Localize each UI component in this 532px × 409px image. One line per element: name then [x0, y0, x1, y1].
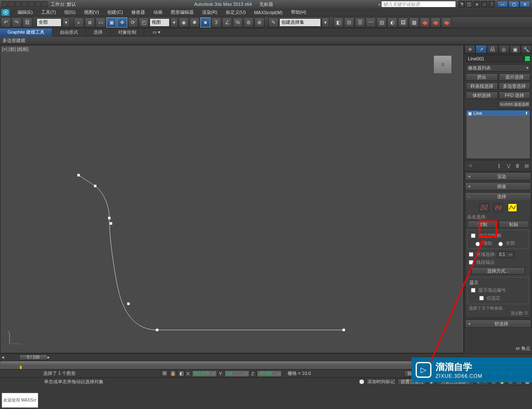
render-setup-icon[interactable]: 🖼: [398, 17, 408, 27]
curve-editor-icon[interactable]: 〰: [366, 17, 376, 27]
spline-level-icon[interactable]: [508, 203, 517, 212]
modifier-stack[interactable]: Line: [466, 110, 530, 159]
time-slider-handle[interactable]: 0 / 100: [19, 354, 47, 360]
help-icon[interactable]: ?: [488, 1, 495, 7]
select-method-button[interactable]: 选择方式...: [471, 267, 525, 275]
viewport-front[interactable]: [+] [前] [线框] 前 z x: [0, 45, 464, 353]
help-search[interactable]: 键入关键字或短语: [381, 1, 456, 7]
mod-splinesel-button[interactable]: 样条线选择: [466, 82, 498, 90]
qa-icon[interactable]: [28, 1, 34, 7]
favorite-icon[interactable]: ☆: [481, 1, 488, 7]
unique-icon[interactable]: ⋁: [505, 162, 512, 169]
named-sel-edit-icon[interactable]: ✎: [268, 17, 278, 27]
show-end-icon[interactable]: ∥: [495, 162, 503, 169]
stack-item-line[interactable]: Line: [466, 110, 530, 116]
scale-icon[interactable]: ◰: [139, 17, 149, 27]
percent-snap-icon[interactable]: %: [233, 17, 243, 27]
mod-volsel-button[interactable]: 体积选择: [466, 92, 498, 99]
render-frame-icon[interactable]: ▦: [409, 17, 419, 27]
binoculars-icon[interactable]: 🔭: [458, 1, 465, 7]
menu-create[interactable]: 创建(C): [103, 9, 127, 15]
ribbon-tab-select[interactable]: 选择: [86, 28, 111, 37]
menu-anim[interactable]: 动画: [149, 9, 167, 15]
key-icon[interactable]: ⚿: [466, 1, 473, 7]
y-field[interactable]: 0.0▴▾: [224, 370, 249, 377]
segment-end-checkbox[interactable]: 线段端点: [467, 258, 529, 266]
schematic-icon[interactable]: ▤: [377, 17, 387, 27]
time-prev-icon[interactable]: ◂: [2, 354, 4, 360]
qa-icon[interactable]: [35, 1, 41, 7]
dropdown-icon[interactable]: ▾: [62, 17, 70, 27]
axis-icon[interactable]: ⊕: [254, 17, 264, 27]
tab-create-icon[interactable]: ✳: [464, 45, 475, 54]
snap-toggle-icon[interactable]: ■: [200, 17, 210, 27]
modifier-list-combo[interactable]: 修改器列表: [466, 64, 530, 72]
app-menu-icon[interactable]: ⓔ: [1, 9, 10, 16]
menu-edit[interactable]: 编辑(E): [13, 9, 37, 15]
remove-mod-icon[interactable]: 🗑: [514, 162, 521, 169]
maximize-button[interactable]: ▢: [508, 1, 519, 7]
select-name-icon[interactable]: ≣: [85, 17, 95, 27]
menu-group[interactable]: 组(G): [60, 9, 80, 15]
manip-icon[interactable]: ✱: [190, 17, 200, 27]
segment-level-icon[interactable]: [494, 203, 503, 212]
vertex-level-icon[interactable]: [480, 203, 489, 212]
mod-extrude-button[interactable]: 挤出: [466, 73, 498, 81]
pin-stack-icon[interactable]: ⊣: [466, 162, 473, 169]
tab-hierarchy-icon[interactable]: 品: [487, 45, 498, 54]
workspace-selector[interactable]: 工作台: 默认: [51, 1, 76, 7]
menu-custom[interactable]: 自定义(U): [222, 9, 250, 15]
paste-button[interactable]: 粘贴: [499, 221, 530, 228]
snap-3-icon[interactable]: 3: [211, 17, 221, 27]
layer-icon[interactable]: ☰: [355, 17, 365, 27]
tab-motion-icon[interactable]: ◎: [498, 45, 510, 54]
object-color-swatch[interactable]: [525, 56, 530, 62]
lock-icon[interactable]: ⦿: [161, 370, 168, 377]
rollout-header[interactable]: +渲染: [466, 173, 531, 180]
time-next-icon[interactable]: ▸: [47, 354, 50, 360]
menu-modifier[interactable]: 修改器: [127, 9, 149, 15]
dropdown-icon[interactable]: ▾: [322, 17, 329, 27]
all-radio[interactable]: 全部: [496, 240, 515, 247]
ribbon-tab-freeform[interactable]: 自由形式: [52, 28, 86, 37]
mod-nurbs-button[interactable]: NURBS 曲面选择: [499, 101, 531, 108]
ribbon-tab-graphite[interactable]: Graphite 建模工具: [0, 28, 52, 37]
select-icon[interactable]: ▹: [74, 17, 84, 27]
redo-icon[interactable]: ↷: [12, 17, 22, 27]
qa-icon[interactable]: [42, 1, 47, 7]
time-tag-icon[interactable]: 🕓: [358, 379, 365, 385]
mirror-icon[interactable]: ◧: [333, 17, 343, 27]
qa-icon[interactable]: [15, 1, 21, 7]
rotate-icon[interactable]: ⟳: [128, 17, 138, 27]
ribbon-tab-paint[interactable]: 对象绘制: [111, 28, 144, 37]
move-icon[interactable]: ✥: [117, 17, 127, 27]
quick-render-icon[interactable]: 🫖: [431, 17, 441, 27]
rollout-header[interactable]: -选择: [466, 193, 531, 200]
tab-modify-icon[interactable]: ↗: [475, 45, 487, 54]
add-marker-label[interactable]: 添加时间标记: [367, 379, 395, 385]
filter-combo[interactable]: 全部: [37, 18, 62, 27]
alike-radio[interactable]: 相似: [473, 240, 492, 247]
menu-render[interactable]: 渲染(R): [198, 9, 222, 15]
material-icon[interactable]: ◐: [387, 17, 397, 27]
undo-icon[interactable]: ↶: [1, 17, 11, 27]
rollout-header[interactable]: +软选择: [466, 320, 531, 327]
menu-tools[interactable]: 工具(T): [37, 9, 60, 15]
window-crossing-icon[interactable]: ▣: [106, 17, 116, 27]
menu-help[interactable]: 帮助(H): [287, 9, 310, 15]
close-button[interactable]: ✕: [520, 1, 530, 7]
ribbon-expand-icon[interactable]: ▭ ▾: [153, 30, 160, 35]
qa-icon[interactable]: [22, 1, 27, 7]
coord-combo[interactable]: 视图: [150, 18, 170, 27]
lock-handles-checkbox[interactable]: 锁定控制柄: [469, 232, 527, 240]
area-select-checkbox[interactable]: 区域选择:: [467, 250, 496, 258]
dropdown-icon[interactable]: ▾: [170, 17, 178, 27]
qa-icon[interactable]: [2, 1, 7, 7]
align-icon[interactable]: ⊟: [344, 17, 354, 27]
menu-graph[interactable]: 图形编辑器: [167, 9, 198, 15]
render-icon[interactable]: 🫖: [420, 17, 430, 27]
isolate-icon[interactable]: ◧: [178, 370, 185, 377]
mod-ffdsel-button[interactable]: FFD 选择: [499, 92, 531, 99]
tab-display-icon[interactable]: ▣: [510, 45, 521, 54]
area-value-spinner[interactable]: 0.1▴▾: [498, 251, 514, 258]
